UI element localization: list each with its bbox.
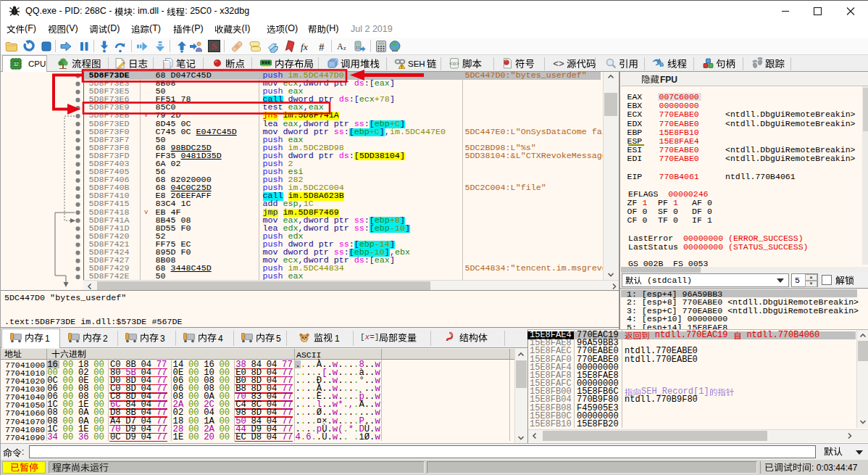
svg-text:fx: fx [301,41,308,52]
svg-text:A: A [337,41,343,51]
svg-text:z: z [343,45,346,51]
svg-text:#: # [319,41,325,53]
svg-text:S: S [212,41,217,51]
